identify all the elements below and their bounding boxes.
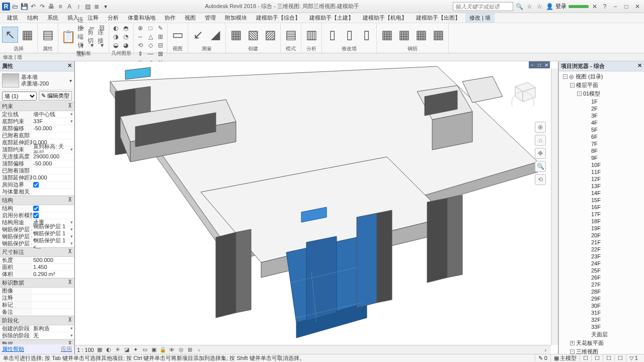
tree-expand-icon[interactable]: +: [570, 341, 575, 345]
section-icon[interactable]: ▤: [84, 3, 92, 11]
prop-section-阶段化[interactable]: 阶段化⊼: [0, 316, 74, 325]
tree-item[interactable]: 12F: [559, 175, 644, 183]
ribbon-big-7-0[interactable]: ▦: [228, 27, 244, 43]
tree-item[interactable]: 7F: [559, 140, 644, 147]
3d-model-view[interactable]: [75, 61, 548, 348]
tab-10[interactable]: 附加模块: [221, 13, 251, 23]
tree-expand-icon[interactable]: -: [570, 349, 575, 354]
tree-item[interactable]: -01模型: [559, 89, 644, 98]
ribbon-sm-4-0-1[interactable]: ↔: [136, 33, 145, 41]
tree-item[interactable]: 21F: [559, 239, 644, 246]
ribbon-big-6-1[interactable]: ◢: [207, 27, 223, 43]
prop-value[interactable]: [32, 189, 74, 195]
ribbon-big-0-0[interactable]: ↖: [2, 27, 18, 43]
minimize-button[interactable]: −: [611, 2, 620, 11]
tree-item[interactable]: 19F: [559, 225, 644, 232]
tab-14[interactable]: 建模助手【出图】: [412, 13, 464, 23]
prop-value[interactable]: 29000.000: [32, 153, 74, 160]
crop-view-icon[interactable]: ▭: [141, 346, 148, 353]
tree-item[interactable]: 3F: [559, 112, 644, 119]
browser-close-icon[interactable]: ✕: [637, 62, 642, 70]
prop-value[interactable]: [32, 288, 74, 294]
tree-item[interactable]: 8F: [559, 147, 644, 154]
tree-item[interactable]: 6F: [559, 133, 644, 140]
tab-5[interactable]: 分析: [104, 13, 123, 23]
sun-path-icon[interactable]: ☀: [114, 346, 121, 353]
ribbon-big-10-1[interactable]: ▯: [341, 27, 357, 43]
ribbon-sm-3-1-0[interactable]: ◓: [121, 24, 130, 32]
prop-value[interactable]: 0.000: [32, 174, 74, 181]
tab-12[interactable]: 建模助手【土建】: [305, 13, 358, 23]
tab-2[interactable]: 系统: [43, 13, 62, 23]
tree-item[interactable]: 31F: [559, 309, 644, 316]
prop-value[interactable]: [32, 182, 74, 188]
app-icon[interactable]: R: [2, 3, 10, 11]
tree-item[interactable]: 26F: [559, 274, 644, 281]
worksets-icon[interactable]: ⊞: [187, 346, 194, 353]
tab-7[interactable]: 协作: [160, 13, 180, 23]
ribbon-sm-4-2-0[interactable]: ✎: [156, 24, 165, 32]
status-select-underlay[interactable]: ☐: [591, 355, 603, 361]
ribbon-big-10-2[interactable]: ▯: [358, 27, 374, 43]
ribbon-big-11-0[interactable]: ▦: [379, 27, 395, 43]
prop-value[interactable]: -50.000: [32, 125, 74, 132]
ribbon-big-8-0[interactable]: ▤: [283, 27, 299, 43]
measure-icon[interactable]: ≡: [56, 3, 64, 11]
right-arrow-icon[interactable]: ›: [542, 346, 549, 353]
tree-item[interactable]: 2F: [559, 105, 644, 112]
lock-3d-icon[interactable]: 🔒: [159, 346, 167, 353]
prop-value[interactable]: [32, 212, 74, 219]
left-arrow-icon[interactable]: ‹: [196, 346, 203, 353]
filter-select[interactable]: 墙 (1): [2, 92, 37, 101]
ribbon-sm-4-2-1[interactable]: ⊞: [156, 33, 165, 41]
close-hidden-icon[interactable]: ▾: [102, 3, 110, 11]
sync-icon[interactable]: ↕: [74, 3, 83, 11]
ribbon-sm-4-0-3[interactable]: ⇕: [136, 50, 145, 58]
viewport[interactable]: − □ ✕: [74, 61, 558, 354]
ribbon-sm-2-1-2[interactable]: ▾: [88, 41, 97, 49]
ribbon-big-7-2[interactable]: ▨: [262, 27, 278, 43]
ribbon-sm-2-1-1[interactable]: 剪切: [88, 33, 97, 41]
prop-value[interactable]: [32, 132, 74, 139]
tree-item[interactable]: 25F: [559, 267, 644, 274]
tree-item[interactable]: 27F: [559, 281, 644, 288]
properties-close-icon[interactable]: ✕: [67, 62, 72, 70]
edit-type-button[interactable]: ✎ 编辑类型: [39, 91, 72, 101]
status-select-links[interactable]: ☐: [580, 355, 591, 361]
exchange-icon[interactable]: ✕: [591, 3, 599, 11]
prop-value[interactable]: 无▾: [32, 332, 74, 339]
tree-item[interactable]: 10F: [559, 161, 644, 168]
close-button[interactable]: ✕: [633, 2, 642, 11]
tree-item[interactable]: 28F: [559, 288, 644, 295]
ribbon-sm-4-0-0[interactable]: ⊕: [136, 24, 145, 32]
prop-value[interactable]: -50.000: [32, 160, 74, 167]
prop-section-标识数据[interactable]: 标识数据⊼: [0, 278, 74, 288]
status-filter-icon[interactable]: ▽ 1: [626, 355, 641, 361]
prop-value[interactable]: [32, 295, 74, 301]
open-icon[interactable]: 🗁: [11, 3, 19, 11]
tree-expand-icon[interactable]: -: [570, 83, 575, 87]
save-icon[interactable]: 💾: [20, 3, 28, 11]
tab-8[interactable]: 视图: [181, 13, 200, 23]
prop-section-结构[interactable]: 结构⊼: [0, 196, 74, 205]
undo-icon[interactable]: ↶: [29, 3, 37, 11]
ribbon-big-11-2[interactable]: ▦: [413, 27, 429, 43]
ribbon-big-11-1[interactable]: ▦: [396, 27, 412, 43]
viewport-vscroll[interactable]: [551, 68, 558, 345]
tree-item[interactable]: 5F: [559, 126, 644, 133]
tree-item[interactable]: +天花板平面: [559, 339, 644, 347]
ribbon-sm-2-0-1[interactable]: 连接端切割: [77, 33, 87, 41]
ribbon-big-5-0[interactable]: ▭: [170, 27, 186, 43]
visual-style-icon[interactable]: ◐: [105, 346, 112, 353]
temp-hide-icon[interactable]: 👁: [169, 346, 176, 353]
tree-item[interactable]: 22F: [559, 246, 644, 253]
view-scale[interactable]: 1 : 100: [77, 347, 94, 353]
ribbon-sm-4-1-2[interactable]: ◇: [146, 41, 155, 49]
tab-11[interactable]: 建模助手【综合】: [252, 13, 304, 23]
prop-value[interactable]: 新构造▾: [32, 325, 74, 332]
status-select-pinned[interactable]: ☐: [603, 355, 614, 361]
prop-value[interactable]: 0.290 m³: [32, 271, 74, 278]
ribbon-sm-3-0-2[interactable]: ◒: [111, 41, 120, 49]
thin-lines-icon[interactable]: ≣: [93, 3, 101, 11]
tree-item[interactable]: 29F: [559, 295, 644, 302]
